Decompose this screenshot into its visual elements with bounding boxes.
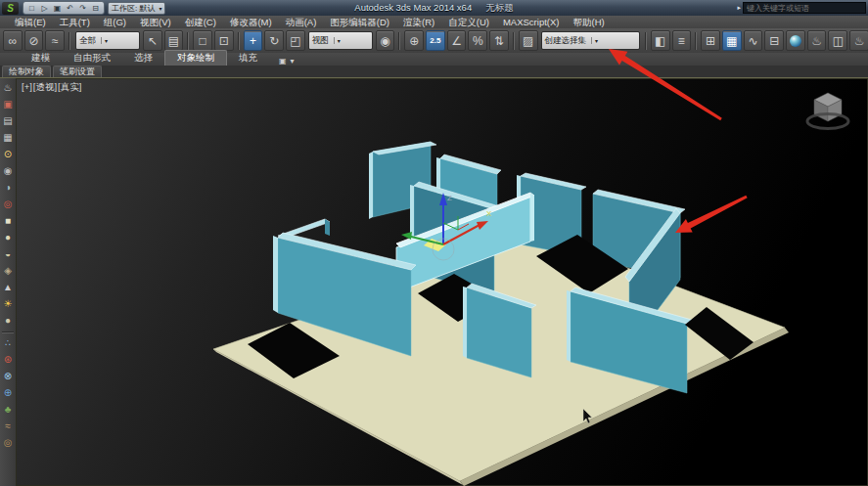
undo[interactable]: ↶ <box>64 4 76 13</box>
chevron-down-icon: ▾ <box>101 37 108 44</box>
ribbon-tab-1[interactable]: 自由形式 <box>62 51 122 66</box>
search-input[interactable] <box>743 2 866 14</box>
workspace-dropdown[interactable]: 工作区: 默认 ▾ <box>108 2 165 15</box>
viewport-label: [+][透视][真实] <box>22 81 82 94</box>
ribbon-tabs: 建模自由形式选择对象绘制填充▣▾ <box>0 53 868 66</box>
ribbon-panel-button-0[interactable]: 绘制对象 <box>2 66 51 77</box>
snail-icon[interactable]: ◎ <box>1 435 15 450</box>
quick-access-toolbar: □▷▣↶↷⊟ <box>23 1 105 15</box>
scene-list-icon[interactable]: ▤ <box>1 113 15 128</box>
dome-icon[interactable]: ◒ <box>1 246 15 261</box>
open-file[interactable]: ▷ <box>38 4 51 13</box>
atom-icon[interactable]: ⊗ <box>1 369 15 383</box>
save-file[interactable]: ▣ <box>51 4 64 13</box>
molecule-icon[interactable]: ⊛ <box>1 352 15 367</box>
layer-colors-icon[interactable]: ▣ <box>1 97 15 111</box>
menu-item-2[interactable]: 组(G) <box>97 16 133 28</box>
toolbar-separator <box>695 32 697 50</box>
select-and-scale[interactable]: ◰ <box>286 30 305 51</box>
menu-item-5[interactable]: 修改器(M) <box>223 16 279 28</box>
curve-editor[interactable]: ∿ <box>744 30 763 51</box>
project-folder[interactable]: ⊟ <box>89 4 102 13</box>
named-selection-sets-dropdown[interactable]: 创建选择集▾ <box>541 31 640 50</box>
app-logo-icon[interactable]: S <box>2 2 19 15</box>
chevron-down-icon: ▾ <box>159 5 161 12</box>
material-editor[interactable] <box>786 30 805 51</box>
window-crossing-toggle[interactable]: ⊡ <box>214 30 234 51</box>
edit-named-selection-sets[interactable]: ▨ <box>519 30 538 51</box>
graphite-ribbon-toggle[interactable]: ▦ <box>722 30 742 51</box>
redo[interactable]: ↷ <box>76 4 89 13</box>
bind-to-space-warp[interactable]: ≈ <box>45 30 65 51</box>
ribbon-tab-3[interactable]: 对象绘制 <box>164 50 227 66</box>
named-selection-sets-dropdown-label: 创建选择集 <box>545 35 587 47</box>
star-shape-icon[interactable]: ◈ <box>1 263 15 278</box>
light-cone-icon[interactable]: ▲ <box>1 280 15 294</box>
menu-item-1[interactable]: 工具(T) <box>53 16 97 28</box>
select-and-move[interactable]: + <box>244 30 263 51</box>
new-scene[interactable]: □ <box>25 4 38 13</box>
rectangular-selection-region[interactable]: □ <box>193 30 212 51</box>
infocenter-arrow-icon[interactable]: ▸ <box>737 4 741 12</box>
menu-item-0[interactable]: 编辑(E) <box>8 16 53 28</box>
selection-filter-dropdown[interactable]: 全部▾ <box>75 31 140 50</box>
beige-sphere-icon[interactable]: ● <box>1 230 15 244</box>
rendered-frame-window[interactable]: ◫ <box>828 30 847 51</box>
menu-item-4[interactable]: 创建(C) <box>178 16 223 28</box>
viewport-top-border <box>0 77 868 78</box>
select-and-manipulate[interactable]: ⊕ <box>404 30 424 51</box>
ribbon-tab-0[interactable]: 建模 <box>20 51 62 66</box>
disc-icon[interactable]: ● <box>1 313 15 328</box>
perspective-viewport[interactable] <box>16 78 868 486</box>
manage-layers[interactable]: ⊞ <box>701 30 720 51</box>
viewport-menu-general[interactable]: [+] <box>22 81 32 92</box>
snaps-toggle-2-5[interactable]: 2.5 <box>426 30 445 51</box>
sun-icon[interactable]: ☀ <box>1 296 15 311</box>
schematic-view[interactable]: ⊟ <box>764 30 784 51</box>
layer-list-icon[interactable]: ▦ <box>1 130 15 145</box>
render-setup[interactable]: ♨ <box>807 30 827 51</box>
chevron-down-icon: ▾ <box>591 37 598 44</box>
viewport-menu-pov[interactable]: [透视] <box>33 81 57 92</box>
white-plane-icon[interactable]: ■ <box>1 213 15 228</box>
globe-icon[interactable]: ⊕ <box>1 385 15 400</box>
shaded-sphere-icon[interactable]: ◑ <box>1 180 15 195</box>
ribbon-controls: ▣▾ <box>279 57 295 66</box>
leaf-icon[interactable]: ♣ <box>1 402 15 417</box>
unlink-selection[interactable]: ⊘ <box>24 30 44 51</box>
camera-icon[interactable]: ◉ <box>1 163 15 178</box>
ribbon-panel-button-1[interactable]: 笔刷设置 <box>53 66 102 77</box>
spinner-snap-toggle[interactable]: ⇅ <box>489 30 509 51</box>
angle-snap-toggle[interactable]: ∠ <box>447 30 467 51</box>
select-object[interactable]: ↖ <box>143 30 162 51</box>
reference-coordinate-system-dropdown[interactable]: 视图▾ <box>308 31 373 50</box>
use-pivot-point-center[interactable]: ◉ <box>376 30 395 51</box>
menu-item-11[interactable]: 帮助(H) <box>566 16 611 28</box>
light-bulb-icon[interactable]: ⊙ <box>1 147 15 161</box>
ribbon-control-icon-0[interactable]: ▣ <box>279 57 287 66</box>
rain-particles-icon[interactable]: ∴ <box>1 335 15 350</box>
align[interactable]: ≡ <box>672 30 692 51</box>
ribbon-tab-2[interactable]: 选择 <box>122 51 164 66</box>
menu-item-6[interactable]: 动画(A) <box>279 16 324 28</box>
menu-item-10[interactable]: MAXScript(X) <box>496 16 567 28</box>
red-marker-icon[interactable]: ◎ <box>1 197 15 211</box>
ribbon-control-icon-1[interactable]: ▾ <box>291 57 295 66</box>
select-by-name[interactable]: ▤ <box>164 30 184 51</box>
material-ball-icon <box>790 35 801 47</box>
toolbar-separator <box>645 32 647 50</box>
menu-item-9[interactable]: 自定义(U) <box>441 16 496 28</box>
mirror[interactable]: ◧ <box>651 30 670 51</box>
select-and-link[interactable]: ∞ <box>3 30 23 51</box>
percent-snap-toggle[interactable]: % <box>468 30 487 51</box>
viewport-menu-shading[interactable]: [真实] <box>58 81 81 92</box>
menu-item-3[interactable]: 视图(V) <box>133 16 178 28</box>
menu-item-8[interactable]: 渲染(R) <box>396 16 441 28</box>
select-and-rotate[interactable]: ↻ <box>264 30 284 51</box>
menu-item-7[interactable]: 图形编辑器(D) <box>323 16 396 28</box>
render-production[interactable]: ♨ <box>849 30 868 51</box>
render-teapot-icon[interactable]: ♨ <box>1 80 15 95</box>
app-title: Autodesk 3ds Max 2014 x64 <box>354 2 472 13</box>
ribbon-tab-4[interactable]: 填充 <box>227 51 269 66</box>
fur-icon[interactable]: ≈ <box>1 419 15 433</box>
